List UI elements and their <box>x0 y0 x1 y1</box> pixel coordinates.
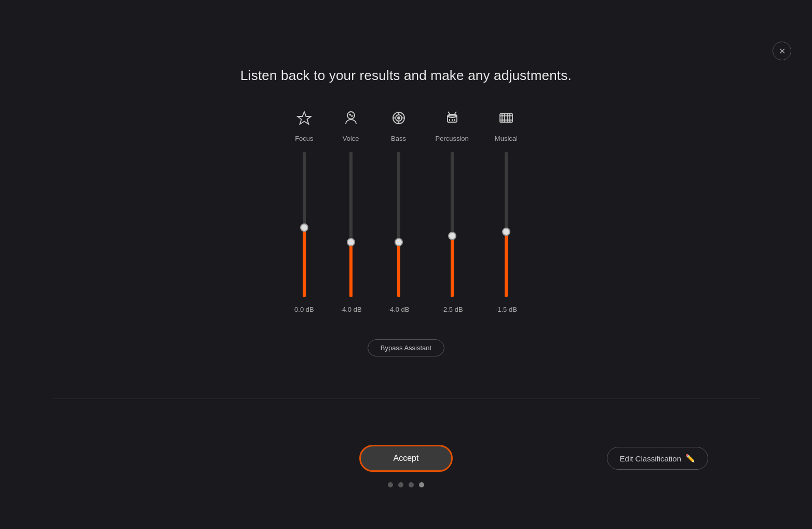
voice-label: Voice <box>343 135 359 142</box>
svg-line-11 <box>448 112 450 114</box>
voice-value: -4.0 dB <box>340 306 362 313</box>
channels-row: Focus 0.0 dB Voice -4.0 dB <box>294 110 518 313</box>
footer-buttons: Accept Edit Classification ✏️ <box>0 445 812 472</box>
focus-thumb[interactable] <box>300 223 308 232</box>
voice-thumb[interactable] <box>347 238 355 246</box>
musical-track-fill <box>505 232 508 297</box>
percussion-thumb[interactable] <box>448 232 456 240</box>
musical-icon <box>498 110 515 128</box>
voice-icon <box>343 110 359 128</box>
bass-track-fill <box>397 242 400 297</box>
focus-label: Focus <box>295 135 313 142</box>
close-icon: ✕ <box>779 46 786 56</box>
page-headline: Listen back to your results and make any… <box>240 68 572 84</box>
svg-marker-0 <box>297 112 311 124</box>
pencil-icon: ✏️ <box>685 454 695 463</box>
edit-classification-label: Edit Classification <box>620 454 681 463</box>
pagination-dot-2[interactable] <box>409 482 414 487</box>
musical-thumb[interactable] <box>502 228 510 236</box>
channel-focus: Focus 0.0 dB <box>294 110 314 313</box>
percussion-track-fill <box>451 236 454 297</box>
bass-thumb[interactable] <box>395 238 403 246</box>
percussion-value: -2.5 dB <box>441 306 463 313</box>
percussion-slider[interactable] <box>448 152 456 297</box>
main-content: Listen back to your results and make any… <box>0 0 812 356</box>
divider <box>52 399 760 399</box>
accept-button[interactable]: Accept <box>359 445 453 472</box>
channel-musical: Musical -1.5 dB <box>495 110 518 313</box>
focus-track-fill <box>303 228 306 297</box>
bass-icon <box>390 110 407 128</box>
musical-label: Musical <box>495 135 518 142</box>
voice-slider[interactable] <box>347 152 355 297</box>
percussion-label: Percussion <box>436 135 469 142</box>
footer: Accept Edit Classification ✏️ <box>0 445 812 487</box>
bass-slider[interactable] <box>395 152 403 297</box>
percussion-icon <box>444 110 461 128</box>
pagination-dot-1[interactable] <box>398 482 403 487</box>
close-button[interactable]: ✕ <box>773 42 791 60</box>
pagination-dot-0[interactable] <box>388 482 393 487</box>
channel-percussion: Percussion -2.5 dB <box>436 110 469 313</box>
svg-point-4 <box>398 117 400 119</box>
voice-track-fill <box>349 242 353 297</box>
edit-classification-button[interactable]: Edit Classification ✏️ <box>607 447 708 470</box>
pagination <box>388 482 424 487</box>
focus-slider[interactable] <box>300 152 308 297</box>
musical-value: -1.5 dB <box>495 306 517 313</box>
bass-label: Bass <box>391 135 406 142</box>
focus-icon <box>296 110 313 128</box>
pagination-dot-3[interactable] <box>419 482 424 487</box>
channel-bass: Bass -4.0 dB <box>388 110 410 313</box>
focus-value: 0.0 dB <box>294 306 314 313</box>
bass-value: -4.0 dB <box>388 306 410 313</box>
svg-line-12 <box>455 112 456 114</box>
channel-voice: Voice -4.0 dB <box>340 110 362 313</box>
bypass-assistant-button[interactable]: Bypass Assistant <box>368 339 444 356</box>
musical-slider[interactable] <box>502 152 510 297</box>
